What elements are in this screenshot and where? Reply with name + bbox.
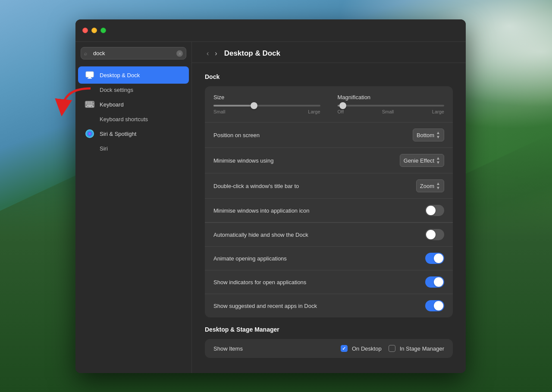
down-arrow-icon: ▼ <box>436 135 440 139</box>
indicators-toggle[interactable] <box>425 276 444 288</box>
minimise-into-icon-toggle[interactable] <box>425 205 444 216</box>
animate-toggle[interactable] <box>425 253 444 264</box>
on-desktop-checkbox[interactable]: ✓ <box>341 345 348 352</box>
svg-rect-5 <box>88 102 89 103</box>
show-items-label: Show Items <box>213 345 243 352</box>
minimise-using-label: Minimise windows using <box>213 157 273 164</box>
magnification-slider-thumb[interactable] <box>339 102 346 109</box>
panel-title: Desktop & Dock <box>224 49 280 58</box>
minimise-into-icon-label: Minimise windows into application icon <box>213 207 310 214</box>
main-panel: ‹ › Desktop & Dock Dock Size <box>192 42 466 373</box>
animate-knob <box>434 254 443 263</box>
sidebar-item-desktop-dock[interactable]: Desktop & Dock <box>78 66 189 84</box>
magnification-slider-track[interactable] <box>338 105 445 107</box>
recent-apps-toggle[interactable] <box>425 300 444 311</box>
svg-rect-4 <box>86 102 87 103</box>
animate-label: Animate opening applications <box>213 255 287 262</box>
mag-range-labels: Off Small Large <box>338 109 445 114</box>
setting-row-indicators: Show indicators for open applications <box>205 270 453 294</box>
check-icon: ✓ <box>342 346 346 351</box>
sliders-row: Size Small Large Magn <box>205 86 453 122</box>
close-button[interactable] <box>82 28 88 33</box>
in-stage-manager-label: In Stage Manager <box>400 345 444 352</box>
mag-small-label: Small <box>382 109 394 114</box>
nav-arrows: ‹ › <box>205 49 219 58</box>
titlebar <box>75 19 466 42</box>
recent-apps-label: Show suggested and recent apps in Dock <box>213 303 317 309</box>
magnification-slider-group: Magnification Off Small Large <box>338 94 445 114</box>
size-slider-thumb[interactable] <box>251 102 257 109</box>
setting-row-auto-hide: Automatically hide and show the Dock <box>205 223 453 247</box>
double-click-label: Double-click a window's title bar to <box>213 183 299 189</box>
setting-row-position: Position on screen Bottom ▲ ▼ <box>205 122 453 148</box>
svg-rect-14 <box>86 106 88 107</box>
double-click-arrows: ▲ ▼ <box>436 182 440 190</box>
setting-row-recent-apps: Show suggested and recent apps in Dock <box>205 294 453 317</box>
mag-large-label: Large <box>432 109 444 114</box>
setting-row-double-click: Double-click a window's title bar to Zoo… <box>205 173 453 199</box>
sidebar-item-keyboard-shortcuts[interactable]: Keyboard shortcuts <box>78 114 189 125</box>
sidebar-sub-keyboard-shortcuts-label: Keyboard shortcuts <box>100 116 148 122</box>
panel-content: Dock Size Small <box>192 63 466 373</box>
forward-arrow[interactable]: › <box>213 49 219 58</box>
recent-apps-knob <box>434 301 443 310</box>
sidebar: ⌕ ✕ Desktop & Dock Dock settings <box>75 42 192 373</box>
back-arrow[interactable]: ‹ <box>205 49 210 58</box>
sidebar-item-siri-spotlight[interactable]: Siri & Spotlight <box>78 125 189 142</box>
svg-rect-1 <box>88 77 91 78</box>
sidebar-item-siri[interactable]: Siri <box>78 143 189 154</box>
monitor-icon <box>84 69 95 81</box>
size-large-label: Large <box>308 109 320 114</box>
search-clear-button[interactable]: ✕ <box>176 50 183 56</box>
search-input[interactable] <box>81 47 186 60</box>
sidebar-sub-siri-label: Siri <box>100 145 108 152</box>
window-content: ⌕ ✕ Desktop & Dock Dock settings <box>75 42 466 373</box>
minimise-using-select[interactable]: Genie Effect ▲ ▼ <box>400 154 444 167</box>
auto-hide-label: Automatically hide and show the Dock <box>213 232 308 238</box>
indicators-label: Show indicators for open applications <box>213 279 306 285</box>
minimise-using-arrows: ▲ ▼ <box>436 156 440 165</box>
position-select-arrows: ▲ ▼ <box>436 131 440 139</box>
setting-row-minimise-into-icon: Minimise windows into application icon <box>205 199 453 223</box>
size-small-label: Small <box>213 109 226 114</box>
size-slider-fill <box>213 105 254 107</box>
auto-hide-knob <box>426 230 436 239</box>
in-stage-manager-checkbox[interactable] <box>389 345 395 352</box>
auto-hide-toggle[interactable] <box>425 229 444 240</box>
show-items-row: Show Items ✓ On Desktop In Stage Manager <box>205 339 453 358</box>
traffic-lights <box>82 28 106 33</box>
panel-header: ‹ › Desktop & Dock <box>192 42 466 63</box>
down-arrow-icon2: ▼ <box>436 160 440 165</box>
stage-manager-section-title: Desktop & Stage Manager <box>205 326 453 333</box>
stage-manager-card: Show Items ✓ On Desktop In Stage Manager <box>205 339 453 358</box>
size-range-labels: Small Large <box>213 109 320 114</box>
position-select[interactable]: Bottom ▲ ▼ <box>413 129 444 141</box>
dock-settings-card: Size Small Large Magn <box>205 86 453 317</box>
dock-section-title: Dock <box>205 73 453 80</box>
system-preferences-window: ⌕ ✕ Desktop & Dock Dock settings <box>75 19 466 373</box>
svg-rect-10 <box>89 103 91 104</box>
mag-off-label: Off <box>338 109 344 114</box>
setting-row-minimise-using: Minimise windows using Genie Effect ▲ ▼ <box>205 148 453 173</box>
on-desktop-label: On Desktop <box>352 345 382 352</box>
fullscreen-button[interactable] <box>100 28 106 33</box>
position-value: Bottom <box>417 132 434 138</box>
minimise-into-icon-knob <box>426 206 436 215</box>
minimize-button[interactable] <box>91 28 97 33</box>
setting-row-animate: Animate opening applications <box>205 247 453 270</box>
svg-rect-8 <box>86 103 87 104</box>
size-slider-track[interactable] <box>213 105 320 107</box>
svg-rect-7 <box>91 102 92 103</box>
siri-icon <box>84 128 95 139</box>
svg-rect-2 <box>88 78 92 79</box>
down-arrow-icon3: ▼ <box>436 186 440 190</box>
svg-rect-12 <box>93 103 94 104</box>
sidebar-item-dock-settings[interactable]: Dock settings <box>78 85 189 95</box>
sidebar-item-keyboard[interactable]: Keyboard <box>78 96 189 113</box>
sidebar-item-keyboard-label: Keyboard <box>100 101 124 108</box>
double-click-select[interactable]: Zoom ▲ ▼ <box>416 179 444 192</box>
svg-rect-9 <box>88 103 89 104</box>
search-bar: ⌕ ✕ <box>81 47 186 60</box>
keyboard-icon <box>84 99 95 110</box>
sidebar-item-siri-spotlight-label: Siri & Spotlight <box>100 131 136 137</box>
